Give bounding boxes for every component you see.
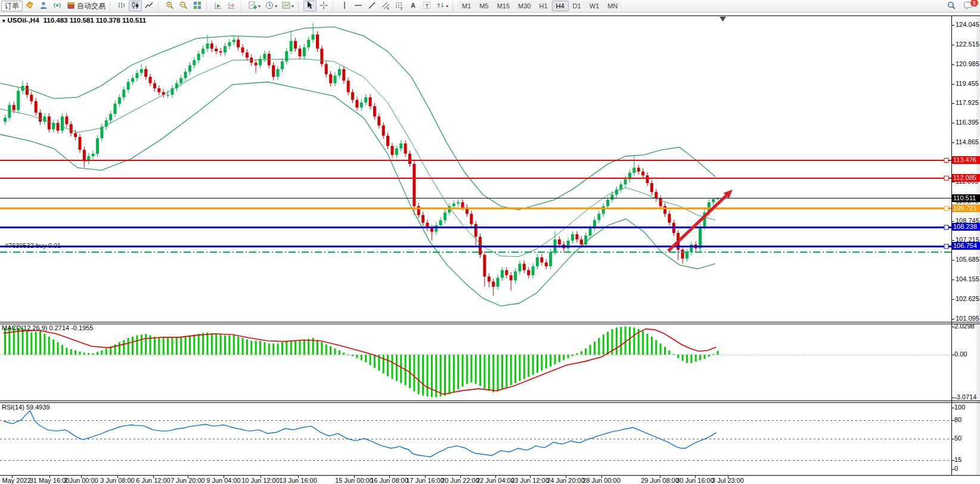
- macd-bar: [629, 327, 631, 355]
- macd-bar: [167, 338, 169, 355]
- macd-bar: [26, 330, 28, 355]
- bar-chart-icon: [117, 1, 126, 11]
- macd-bar: [501, 355, 503, 389]
- clock-icon: [265, 1, 274, 11]
- svg-text:E: E: [387, 7, 389, 10]
- crosshair-tool-button[interactable]: [317, 1, 330, 11]
- templates-button[interactable]: ▾: [280, 1, 296, 11]
- macd-bar: [30, 333, 32, 355]
- dropdown-caret: ▾: [258, 4, 260, 9]
- market-watch-button[interactable]: [37, 1, 50, 11]
- channel-tool-button[interactable]: E: [379, 1, 392, 11]
- tf-H1[interactable]: H1: [535, 1, 551, 11]
- broadcast-signal-icon: [52, 1, 62, 11]
- candle-body: [646, 175, 649, 183]
- tf-M15[interactable]: M15: [493, 1, 514, 11]
- macd-bar: [660, 343, 662, 355]
- candle-body: [461, 202, 464, 207]
- macd-bar: [66, 348, 67, 355]
- text-label-tool-button[interactable]: T: [420, 1, 433, 11]
- candle-body: [241, 47, 244, 52]
- macd-bar: [541, 355, 542, 371]
- trendline-tool-button[interactable]: [365, 1, 379, 11]
- tf-W1[interactable]: W1: [585, 1, 604, 11]
- macd-bar: [277, 343, 279, 355]
- candle-body: [149, 77, 152, 83]
- candle-body: [615, 190, 618, 195]
- macd-bar: [607, 332, 609, 355]
- auto-trading-button[interactable]: 自动交易: [64, 1, 107, 11]
- line-chart-icon: [144, 1, 154, 11]
- candle-body: [131, 78, 134, 82]
- chart-canvas[interactable]: [0, 0, 980, 484]
- text-tool-button[interactable]: A: [407, 1, 420, 11]
- new-order-button[interactable]: [23, 1, 36, 11]
- tf-M30[interactable]: M30: [514, 1, 535, 11]
- macd-bar: [281, 342, 283, 355]
- macd-bar: [70, 349, 72, 355]
- macd-bar: [488, 355, 490, 391]
- candle-body: [395, 148, 398, 155]
- profiles-button[interactable]: ▾: [263, 1, 279, 11]
- candle-body: [518, 263, 521, 271]
- macd-bar: [294, 341, 296, 355]
- macd-bar: [409, 355, 411, 388]
- fibonacci-tool-button[interactable]: F: [393, 1, 406, 11]
- candle-body: [246, 52, 249, 58]
- search-button[interactable]: [945, 1, 958, 11]
- symbol-dropdown-caret[interactable]: ▾: [2, 18, 5, 24]
- orders-button[interactable]: 订单: [1, 1, 23, 11]
- candle-body: [386, 136, 389, 146]
- line-handle: [944, 158, 948, 162]
- chart-shift-icon: [227, 1, 237, 11]
- macd-bar: [356, 355, 358, 358]
- candle-body: [492, 282, 495, 287]
- candle-body: [188, 66, 191, 72]
- tf-H4[interactable]: H4: [552, 1, 569, 11]
- candle-body: [430, 228, 433, 231]
- trade-position-label[interactable]: #7639532 buy 0.01: [5, 242, 61, 249]
- macd-bar: [44, 334, 45, 355]
- macd-bar: [466, 355, 468, 384]
- main-toolbar: 订单 自动交易 ▾ ▾ ▾ E F A T ▾ M1M5M15M30H1H4D1…: [0, 0, 980, 13]
- candlestick-chart-type-button[interactable]: [129, 1, 142, 11]
- notifications-button[interactable]: 1: [962, 1, 975, 11]
- chart-shift-button[interactable]: [225, 1, 238, 11]
- candle-body: [39, 113, 42, 122]
- macd-bar: [145, 334, 147, 355]
- macd-bar: [4, 328, 6, 355]
- signals-button[interactable]: [51, 1, 64, 11]
- macd-bar: [554, 355, 556, 364]
- zoom-in-button[interactable]: [163, 1, 176, 11]
- horizontal-line-tool-button[interactable]: [352, 1, 365, 11]
- candle-body: [298, 49, 301, 57]
- tf-D1[interactable]: D1: [569, 1, 585, 11]
- cursor-tool-button[interactable]: [303, 1, 317, 11]
- bar-chart-type-button[interactable]: [115, 1, 128, 11]
- candle-body: [457, 202, 460, 203]
- arrows-tool-button[interactable]: ▾: [434, 1, 450, 11]
- chart-window[interactable]: 124.045122.515120.985119.455117.925116.3…: [0, 0, 980, 484]
- vertical-line-tool-button[interactable]: [338, 1, 351, 11]
- candle-body: [201, 49, 204, 54]
- tile-windows-button[interactable]: [191, 1, 204, 11]
- zoom-out-button[interactable]: [177, 1, 190, 11]
- tf-M5[interactable]: M5: [475, 1, 492, 11]
- tf-M1[interactable]: M1: [458, 1, 475, 11]
- auto-scroll-button[interactable]: [212, 1, 225, 11]
- macd-bar: [550, 355, 551, 367]
- macd-bar: [119, 342, 120, 355]
- timeframe-group: M1M5M15M30H1H4D1W1MN: [458, 1, 622, 11]
- candle-body: [589, 228, 592, 235]
- candle-body: [219, 51, 222, 52]
- macd-bar: [176, 337, 178, 355]
- search-icon: [947, 1, 956, 11]
- line-chart-type-button[interactable]: [142, 1, 156, 11]
- new-chart-button[interactable]: ▾: [246, 1, 262, 11]
- candle-body: [408, 154, 411, 164]
- line-handle: [944, 225, 948, 229]
- zoom-out-icon: [179, 1, 188, 11]
- tf-MN[interactable]: MN: [603, 1, 622, 11]
- candle-body: [193, 60, 196, 66]
- macd-bar: [519, 355, 520, 381]
